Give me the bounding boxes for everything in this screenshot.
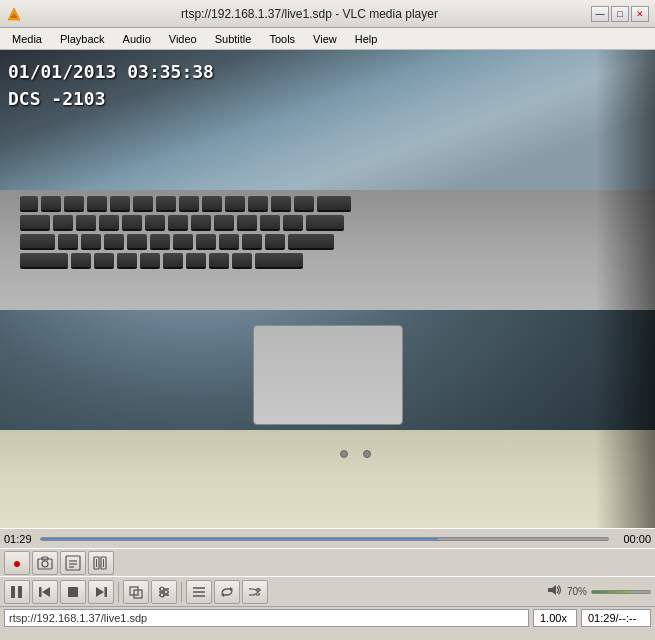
svg-marker-16 [42, 587, 50, 597]
menu-subtitle[interactable]: Subtitle [207, 29, 260, 49]
loop-button[interactable] [214, 580, 240, 604]
menu-video[interactable]: Video [161, 29, 205, 49]
laptop-body [0, 430, 655, 528]
volume-fill [592, 591, 633, 593]
next-chapter-button[interactable] [88, 580, 114, 604]
svg-rect-15 [18, 586, 22, 598]
toolbar-playback: 70% [0, 576, 655, 606]
playlist-button[interactable] [186, 580, 212, 604]
toolbar-separator-1 [118, 582, 119, 602]
prev-chapter-button[interactable] [32, 580, 58, 604]
play-pause-button[interactable] [4, 580, 30, 604]
seek-bar-container: 01:29 00:00 [0, 528, 655, 548]
laptop-visual [0, 50, 655, 528]
laptop-trackpad [253, 325, 403, 425]
menu-help[interactable]: Help [347, 29, 386, 49]
svg-rect-14 [11, 586, 15, 598]
menu-view[interactable]: View [305, 29, 345, 49]
toolbar-recording: ● [0, 548, 655, 576]
svg-rect-1 [11, 16, 17, 18]
svg-point-26 [160, 587, 164, 591]
video-feed: 01/01/2013 03:35:38 DCS -2103 [0, 50, 655, 528]
status-time: 01:29/--:-- [581, 609, 651, 627]
menu-playback[interactable]: Playback [52, 29, 113, 49]
svg-rect-17 [39, 587, 42, 597]
media-info-button[interactable] [60, 551, 86, 575]
volume-icon [547, 583, 563, 600]
record-button[interactable]: ● [4, 551, 30, 575]
seek-bar-fill [41, 538, 438, 540]
minimize-button[interactable]: — [591, 6, 609, 22]
menu-audio[interactable]: Audio [115, 29, 159, 49]
status-bar: rtsp://192.168.1.37/live1.sdp 1.00x 01:2… [0, 606, 655, 628]
window-title: rtsp://192.168.1.37/live1.sdp - VLC medi… [28, 7, 591, 21]
shuffle-button[interactable] [242, 580, 268, 604]
svg-point-4 [42, 561, 48, 567]
video-timestamp: 01/01/2013 03:35:38 [8, 58, 214, 85]
title-left [6, 6, 28, 22]
volume-slider[interactable] [591, 590, 651, 594]
stop-button[interactable] [60, 580, 86, 604]
svg-rect-6 [66, 556, 80, 570]
menu-bar: Media Playback Audio Video Subtitle Tool… [0, 28, 655, 50]
volume-area: 70% [547, 583, 651, 600]
svg-rect-12 [96, 559, 97, 567]
svg-rect-2 [13, 14, 16, 16]
toolbar-separator-2 [181, 582, 182, 602]
svg-rect-13 [103, 559, 104, 567]
status-speed: 1.00x [533, 609, 577, 627]
status-url: rtsp://192.168.1.37/live1.sdp [4, 609, 529, 627]
menu-media[interactable]: Media [4, 29, 50, 49]
laptop-keyboard [0, 190, 655, 310]
menu-tools[interactable]: Tools [261, 29, 303, 49]
time-current: 01:29 [4, 533, 36, 545]
svg-rect-20 [105, 587, 108, 597]
seek-bar[interactable] [40, 537, 609, 541]
svg-point-27 [164, 590, 168, 594]
snapshot-button[interactable] [32, 551, 58, 575]
title-controls: — □ ✕ [591, 6, 649, 22]
vlc-icon [6, 6, 22, 22]
svg-marker-37 [548, 585, 556, 595]
svg-point-28 [160, 593, 164, 597]
toggle-view-button[interactable] [123, 580, 149, 604]
video-area[interactable]: 01/01/2013 03:35:38 DCS -2103 [0, 50, 655, 528]
video-overlay: 01/01/2013 03:35:38 DCS -2103 [8, 58, 214, 112]
time-total: 00:00 [613, 533, 651, 545]
maximize-button[interactable]: □ [611, 6, 629, 22]
video-shadow [595, 50, 655, 528]
video-source-id: DCS -2103 [8, 85, 214, 112]
ext-settings-button[interactable] [151, 580, 177, 604]
volume-label: 70% [567, 586, 587, 597]
title-bar: rtsp://192.168.1.37/live1.sdp - VLC medi… [0, 0, 655, 28]
close-button[interactable]: ✕ [631, 6, 649, 22]
svg-marker-19 [96, 587, 104, 597]
frame-by-frame-button[interactable] [88, 551, 114, 575]
svg-rect-18 [68, 587, 78, 597]
